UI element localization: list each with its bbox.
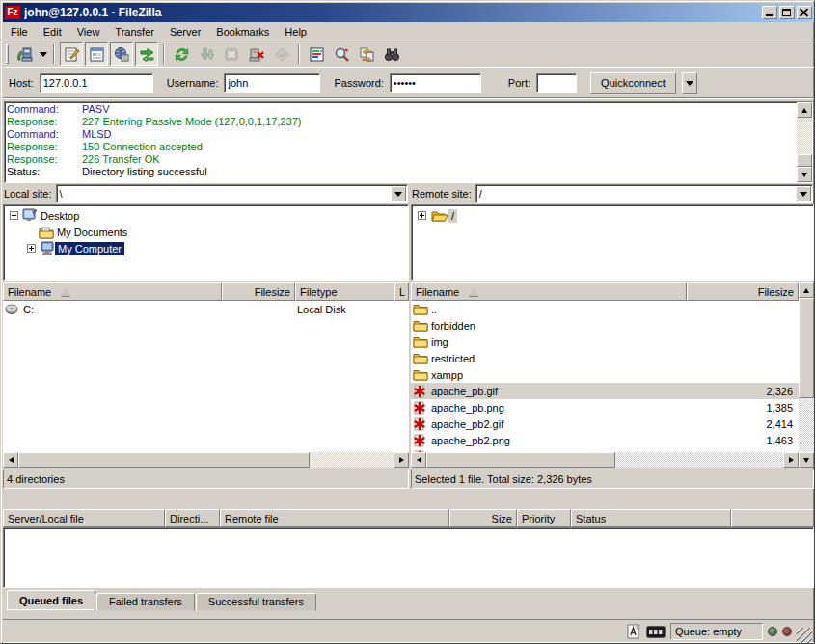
title-bar[interactable]: Fz john@127.0.0.1 - FileZilla	[3, 3, 814, 22]
column-header-filename[interactable]: Filename	[3, 282, 222, 301]
minimize-button[interactable]	[762, 6, 777, 19]
file-row[interactable]: C: Local Disk	[3, 301, 409, 317]
file-name: C:	[23, 304, 34, 315]
scroll-right-button[interactable]	[394, 452, 409, 468]
column-header-filesize[interactable]: Filesize	[687, 282, 799, 301]
scroll-up-button[interactable]	[799, 282, 814, 298]
synchronized-browsing-button[interactable]	[355, 42, 378, 66]
menu-edit[interactable]: Edit	[36, 24, 69, 40]
menu-help[interactable]: Help	[277, 24, 314, 40]
remote-vertical-scrollbar[interactable]	[799, 282, 814, 468]
file-row[interactable]: img	[411, 334, 799, 350]
refresh-button[interactable]	[170, 42, 193, 66]
tree-item-my-computer[interactable]: My Computer	[4, 240, 408, 256]
file-row[interactable]: apache_pb.png 1,385	[411, 399, 799, 416]
column-label: Directi...	[170, 513, 208, 524]
directory-comparison-button[interactable]	[330, 42, 353, 66]
file-row[interactable]: apache_pb2.gif 2,414	[411, 416, 799, 432]
transfer-type-indicator-icon[interactable]	[626, 624, 641, 639]
status-label: 4 directories	[7, 473, 65, 485]
column-header-priority[interactable]: Priority	[517, 509, 571, 527]
menu-transfer[interactable]: Transfer	[107, 24, 162, 40]
column-header-empty[interactable]	[731, 509, 814, 527]
quickconnect-dropdown-button[interactable]	[682, 72, 697, 94]
scroll-thumb[interactable]	[799, 298, 814, 398]
cancel-operation-button[interactable]	[220, 42, 243, 66]
directory-listing-filters-button[interactable]	[305, 42, 328, 66]
scroll-track[interactable]	[615, 452, 783, 468]
file-row-selected[interactable]: apache_pb.gif 2,326	[411, 383, 799, 399]
scroll-left-button[interactable]	[3, 452, 18, 468]
speed-limits-indicator-icon[interactable]	[646, 626, 666, 638]
column-header-status[interactable]: Status	[571, 509, 731, 527]
password-input[interactable]	[390, 73, 481, 93]
column-header-direction[interactable]: Directi...	[165, 509, 220, 527]
tree-item-root[interactable]: /	[412, 207, 813, 224]
file-row[interactable]: apache_pb2_ani.gif 2,160	[411, 448, 799, 452]
scroll-down-button[interactable]	[797, 167, 812, 182]
local-site-dropdown-button[interactable]	[391, 186, 406, 201]
remote-site-dropdown-button[interactable]	[796, 186, 811, 201]
scroll-right-button[interactable]	[783, 452, 799, 468]
local-site-combo[interactable]: \	[56, 184, 408, 203]
column-header-remote-file[interactable]: Remote file	[220, 509, 449, 527]
column-header-last-modified[interactable]: L	[394, 282, 409, 301]
port-input[interactable]	[536, 73, 577, 93]
image-file-icon	[413, 385, 428, 398]
tab-queued-files[interactable]: Queued files	[7, 590, 95, 611]
column-header-size[interactable]: Size	[449, 509, 517, 527]
menu-server[interactable]: Server	[162, 24, 208, 40]
scroll-track[interactable]	[310, 452, 394, 468]
scroll-left-button[interactable]	[411, 452, 426, 468]
scroll-down-button[interactable]	[799, 452, 814, 468]
toggle-transfer-queue-button[interactable]	[135, 42, 158, 66]
username-input[interactable]	[224, 73, 320, 93]
remote-horizontal-scrollbar[interactable]	[411, 452, 799, 468]
process-queue-button[interactable]	[195, 42, 218, 66]
file-row[interactable]: restricted	[411, 350, 799, 366]
remote-site-combo[interactable]: /	[475, 184, 813, 203]
tree-item-my-documents[interactable]: My Documents	[4, 224, 408, 240]
column-header-filetype[interactable]: Filetype	[295, 282, 394, 301]
toggle-message-log-button[interactable]	[60, 42, 83, 66]
file-row[interactable]: ..	[411, 301, 799, 317]
local-horizontal-scrollbar[interactable]	[3, 452, 409, 468]
log-label: Command:	[7, 103, 82, 116]
file-row[interactable]: apache_pb2.png 1,463	[411, 432, 799, 448]
host-input[interactable]	[40, 73, 153, 93]
scroll-thumb[interactable]	[797, 154, 812, 167]
column-header-filename[interactable]: Filename	[411, 282, 687, 301]
scroll-thumb[interactable]	[426, 452, 615, 468]
scroll-thumb[interactable]	[18, 452, 310, 468]
menu-file[interactable]: File	[3, 24, 36, 40]
find-files-button[interactable]	[380, 42, 403, 66]
collapse-icon[interactable]	[10, 211, 18, 220]
scroll-track[interactable]	[799, 398, 814, 452]
column-header-server-local-file[interactable]: Server/Local file	[3, 509, 165, 527]
close-button[interactable]	[797, 6, 812, 19]
file-row[interactable]: forbidden	[411, 317, 799, 334]
toggle-remote-tree-button[interactable]	[110, 42, 133, 66]
site-manager-button[interactable]	[13, 42, 36, 66]
log-vertical-scrollbar[interactable]	[797, 102, 812, 182]
toolbar-grip[interactable]	[6, 44, 9, 64]
window-resize-grip[interactable]	[797, 628, 812, 643]
reconnect-button[interactable]	[270, 42, 293, 66]
tab-failed-transfers[interactable]: Failed transfers	[96, 593, 195, 611]
site-manager-dropdown-button[interactable]	[37, 43, 49, 65]
scroll-up-button[interactable]	[797, 102, 812, 118]
file-row[interactable]: xampp	[411, 366, 799, 383]
menu-bookmarks[interactable]: Bookmarks	[208, 24, 277, 40]
queue-body[interactable]	[3, 527, 814, 588]
scroll-track[interactable]	[797, 118, 812, 154]
quickconnect-button[interactable]: Quickconnect	[590, 72, 676, 94]
maximize-button[interactable]	[779, 6, 795, 19]
disconnect-button[interactable]	[245, 42, 268, 66]
column-header-filesize[interactable]: Filesize	[222, 282, 295, 301]
expand-icon[interactable]	[418, 211, 426, 220]
tree-item-desktop[interactable]: Desktop	[4, 207, 408, 224]
toggle-local-tree-button[interactable]	[85, 42, 108, 66]
tab-successful-transfers[interactable]: Successful transfers	[196, 593, 316, 611]
expand-icon[interactable]	[27, 244, 36, 253]
menu-view[interactable]: View	[69, 24, 108, 40]
